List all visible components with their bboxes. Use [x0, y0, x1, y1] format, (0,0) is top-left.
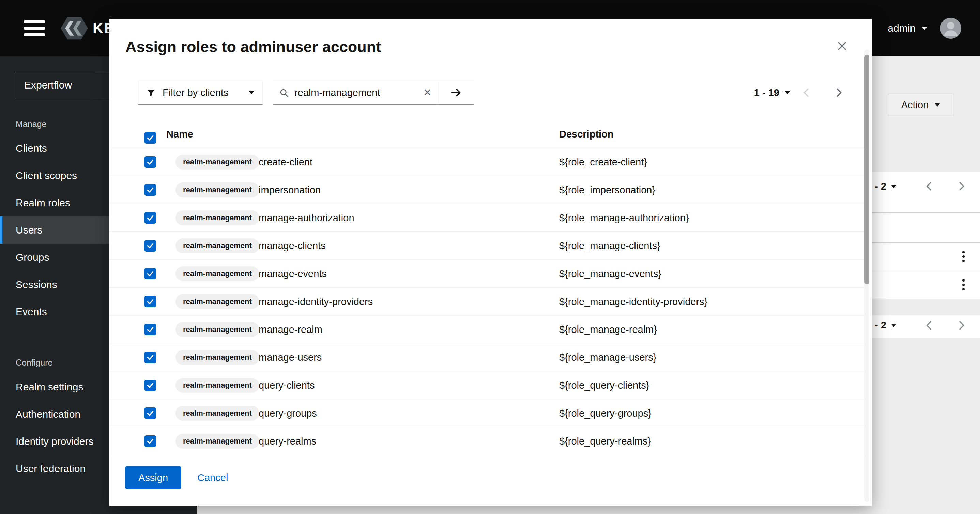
- user-menu-label: admin: [888, 22, 916, 34]
- row-checkbox[interactable]: [145, 156, 156, 168]
- role-description: ${role_create-client}: [559, 156, 647, 168]
- background-pagination[interactable]: - 2: [875, 181, 897, 192]
- person-icon: [940, 18, 961, 39]
- nav-item-label: Sessions: [16, 279, 57, 290]
- role-name: manage-events: [259, 268, 327, 279]
- select-all-checkbox[interactable]: [145, 132, 156, 144]
- keycloak-logo-icon: [60, 15, 88, 42]
- avatar[interactable]: [940, 18, 961, 39]
- row-checkbox[interactable]: [145, 435, 156, 447]
- divider: [872, 242, 980, 243]
- check-icon: [146, 242, 154, 250]
- nav-item-label: Events: [16, 306, 47, 317]
- table-row[interactable]: realm-management manage-users ${role_man…: [110, 343, 864, 371]
- role-name: query-realms: [259, 435, 316, 447]
- chevron-down-icon: [891, 324, 897, 327]
- client-badge: realm-management: [175, 182, 259, 197]
- table-row[interactable]: realm-management manage-clients ${role_m…: [110, 232, 864, 260]
- clear-search-icon[interactable]: ✕: [423, 87, 432, 98]
- chevron-down-icon: [935, 103, 940, 106]
- table-row[interactable]: realm-management query-clients ${role_qu…: [110, 371, 864, 399]
- roles-table-header: Name Description: [110, 122, 864, 148]
- table-row[interactable]: realm-management query-realms ${role_que…: [110, 427, 864, 455]
- chevron-left-icon[interactable]: [924, 320, 935, 331]
- kebab-menu-icon[interactable]: [962, 251, 965, 262]
- check-icon: [146, 214, 154, 222]
- client-badge: realm-management: [175, 266, 259, 281]
- modal-footer: Assign Cancel: [126, 466, 228, 489]
- chevron-down-icon: [249, 91, 254, 94]
- filter-icon: [146, 88, 156, 97]
- roles-search-input[interactable]: [294, 87, 418, 98]
- menu-toggle-icon[interactable]: [24, 21, 45, 36]
- row-checkbox[interactable]: [145, 352, 156, 363]
- check-icon: [146, 298, 154, 306]
- cancel-button[interactable]: Cancel: [197, 472, 228, 483]
- nav-item-label: User federation: [16, 463, 86, 474]
- background-pagination-label: - 2: [875, 181, 886, 192]
- check-icon: [146, 270, 154, 278]
- roles-table-body: realm-management create-client ${role_cr…: [110, 148, 864, 455]
- modal-pagination: 1 - 19: [754, 81, 845, 105]
- role-name: impersonation: [259, 184, 321, 195]
- nav-item-label: Client scopes: [16, 170, 77, 181]
- row-checkbox[interactable]: [145, 268, 156, 279]
- row-checkbox[interactable]: [145, 240, 156, 252]
- check-icon: [146, 409, 154, 417]
- row-checkbox[interactable]: [145, 408, 156, 419]
- nav-item-label: Realm settings: [16, 381, 83, 393]
- table-row[interactable]: realm-management manage-identity-provide…: [110, 288, 864, 316]
- client-badge: realm-management: [175, 434, 259, 449]
- client-badge: realm-management: [175, 238, 259, 253]
- check-icon: [146, 381, 154, 389]
- arrow-right-icon: [450, 87, 462, 98]
- chevron-down-icon: [922, 27, 927, 30]
- table-row[interactable]: realm-management query-groups ${role_que…: [110, 399, 864, 427]
- role-description: ${role_manage-events}: [559, 268, 662, 279]
- nav-item-label: Identity providers: [16, 436, 93, 447]
- background-pagination[interactable]: - 2: [875, 320, 897, 331]
- client-badge: realm-management: [175, 350, 259, 365]
- filter-by-clients-dropdown[interactable]: Filter by clients: [138, 81, 263, 105]
- role-description: ${role_query-clients}: [559, 379, 649, 391]
- table-row[interactable]: realm-management manage-events ${role_ma…: [110, 260, 864, 288]
- scrollbar-thumb[interactable]: [864, 55, 869, 284]
- table-row[interactable]: realm-management create-client ${role_cr…: [110, 148, 864, 176]
- pagination-prev-button[interactable]: [800, 86, 813, 99]
- divider: [872, 271, 980, 271]
- modal-title: Assign roles to adminuser account: [126, 38, 381, 56]
- pagination-range-dropdown[interactable]: 1 - 19: [754, 87, 790, 98]
- kebab-menu-icon[interactable]: [962, 279, 965, 290]
- row-checkbox[interactable]: [145, 324, 156, 335]
- client-badge: realm-management: [175, 378, 259, 393]
- pagination-next-button[interactable]: [832, 86, 845, 99]
- table-row[interactable]: realm-management manage-authorization ${…: [110, 204, 864, 232]
- chevron-left-icon[interactable]: [924, 181, 935, 192]
- row-checkbox[interactable]: [145, 212, 156, 224]
- role-name: manage-identity-providers: [259, 296, 373, 307]
- close-icon[interactable]: [834, 38, 850, 54]
- check-icon: [146, 325, 154, 333]
- role-description: ${role_query-groups}: [559, 408, 652, 419]
- client-badge: realm-management: [175, 406, 259, 421]
- action-dropdown-button[interactable]: Action: [888, 94, 953, 116]
- search-submit-button[interactable]: [438, 81, 474, 105]
- assign-button[interactable]: Assign: [126, 466, 181, 489]
- row-checkbox[interactable]: [145, 379, 156, 391]
- role-name: manage-users: [259, 352, 322, 363]
- chevron-right-icon[interactable]: [956, 320, 967, 331]
- row-checkbox[interactable]: [145, 184, 156, 196]
- chevron-right-icon[interactable]: [956, 181, 967, 192]
- filter-label: Filter by clients: [162, 87, 228, 98]
- client-badge: realm-management: [175, 322, 259, 337]
- background-pagination-strip: - 2: [872, 315, 980, 338]
- user-menu[interactable]: admin: [888, 22, 927, 34]
- table-row[interactable]: realm-management impersonation ${role_im…: [110, 176, 864, 204]
- role-description: ${role_query-realms}: [559, 435, 651, 447]
- search-field: ✕: [273, 81, 438, 105]
- table-row[interactable]: realm-management manage-realm ${role_man…: [110, 316, 864, 343]
- role-description: ${role_manage-authorization}: [559, 212, 689, 223]
- row-checkbox[interactable]: [145, 296, 156, 308]
- background-table-panel: - 2: [872, 171, 980, 299]
- role-description: ${role_manage-users}: [559, 352, 656, 363]
